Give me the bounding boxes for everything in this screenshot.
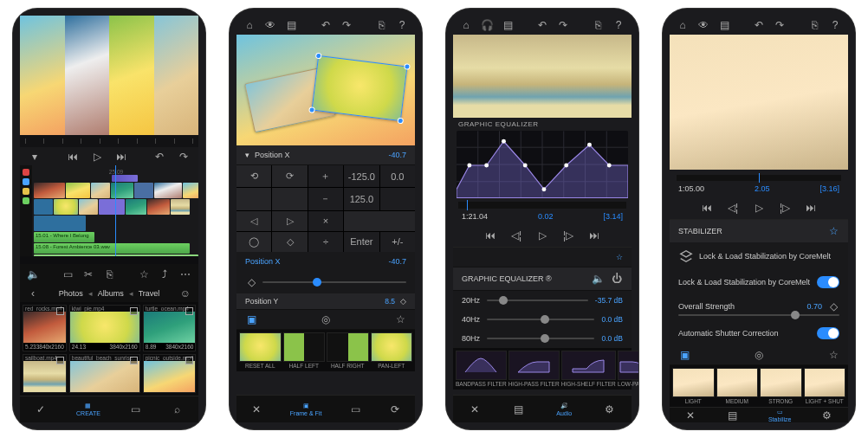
redo-icon[interactable]: ↷ <box>774 19 786 31</box>
key-val[interactable]: -125.0 <box>344 165 379 187</box>
power-icon[interactable]: ⏻ <box>611 273 623 285</box>
sliders-icon[interactable]: ⚙ <box>604 403 616 415</box>
preset-item[interactable]: MEDIUM <box>716 368 759 404</box>
collapse-icon[interactable]: ▾ <box>29 151 41 163</box>
undo-icon[interactable]: ↶ <box>536 19 548 31</box>
scrubber[interactable] <box>458 202 626 209</box>
preset-item[interactable]: LIGHT <box>672 368 715 404</box>
key-minus[interactable]: － <box>308 188 343 209</box>
key-divide[interactable]: ÷ <box>308 232 343 252</box>
filter-item[interactable]: BANDPASS FILTER <box>456 351 507 387</box>
nav-stabilize[interactable]: ▭Stabilize <box>768 409 791 422</box>
crop-icon[interactable]: ▣ <box>678 349 690 361</box>
clipboard-icon[interactable]: ⎘ <box>375 19 387 31</box>
star-icon[interactable]: ☆ <box>827 225 839 237</box>
nav-audio[interactable]: 🔊Audio <box>556 403 572 416</box>
home-icon[interactable]: ⌂ <box>460 19 472 31</box>
undo-icon[interactable]: ↶ <box>320 19 332 31</box>
back-icon[interactable]: ‹ <box>27 287 39 300</box>
close-icon[interactable]: ✕ <box>469 403 481 415</box>
preview-canvas[interactable] <box>236 35 415 145</box>
keyframe-icon[interactable]: ◇ <box>245 276 257 288</box>
skip-start-icon[interactable]: ⏮ <box>484 229 496 242</box>
keyframe-icon[interactable]: ◇ <box>400 297 406 306</box>
media-item[interactable]: beautiful_beach_sunrise... <box>69 354 140 393</box>
eq-band-row[interactable]: 20Hz -35.7 dB <box>453 291 632 310</box>
media-item[interactable]: red_rocks.mp4 5.233840x2160 <box>23 305 67 351</box>
eq-graph[interactable] <box>457 131 628 198</box>
layers-icon[interactable]: ▤ <box>285 19 297 31</box>
parameter-header[interactable]: ▾Position X -40.7 <box>236 145 415 165</box>
play-icon[interactable]: ▷ <box>536 229 548 242</box>
tracks-icon[interactable]: ▤ <box>513 403 525 415</box>
filter-item[interactable]: LOW-PASS FI <box>618 351 638 387</box>
help-icon[interactable]: ? <box>612 19 625 31</box>
home-icon[interactable]: ⌂ <box>243 19 256 31</box>
skip-start-icon[interactable]: ⏮ <box>701 202 713 214</box>
filter-item[interactable]: HIGH-SHELF FILTER <box>561 351 616 387</box>
preset-item[interactable]: HALF RIGHT <box>327 332 369 369</box>
key-plus[interactable]: ＋ <box>308 165 343 187</box>
playhead[interactable] <box>115 165 116 255</box>
key-val[interactable]: 0.0 <box>380 165 415 187</box>
nav-create[interactable]: ▦CREATE <box>76 403 100 416</box>
eq-band-row[interactable]: 40Hz 0.0 dB <box>453 310 632 329</box>
layers-icon[interactable]: ▤ <box>502 19 514 31</box>
step-fwd-icon[interactable]: ¦▷ <box>779 202 791 214</box>
next-frame-icon[interactable]: ⏭ <box>115 151 127 163</box>
share-icon[interactable]: ⤴ <box>159 268 171 280</box>
toggle-shutter[interactable] <box>817 327 839 339</box>
prev-frame-icon[interactable]: ⏮ <box>67 151 79 163</box>
clipboard-icon[interactable]: ⎘ <box>103 268 115 280</box>
key-sign[interactable]: +/- <box>380 232 415 252</box>
check-icon[interactable]: ✓ <box>35 403 47 415</box>
tracks-icon[interactable]: ▤ <box>727 409 739 422</box>
back-icon[interactable]: ✕ <box>250 403 262 415</box>
crop-icon[interactable]: ▣ <box>245 313 257 325</box>
select-icon[interactable]: ▭ <box>62 268 74 280</box>
media-tab-photos[interactable]: Photos <box>59 289 83 298</box>
key-cycle[interactable]: ◯ <box>236 232 271 252</box>
redo-icon[interactable]: ↷ <box>178 151 190 163</box>
key-next[interactable]: ▷ <box>272 211 307 231</box>
media-item[interactable]: kiwi_pie.mp4 24.133840x2160 <box>69 305 140 351</box>
toggle-stabilization[interactable] <box>817 276 839 288</box>
step-back-icon[interactable]: ◁¦ <box>510 229 522 242</box>
key-redo[interactable]: ⟳ <box>272 165 307 187</box>
media-tab-albums[interactable]: Albums <box>98 289 124 298</box>
key-prev[interactable]: ◁ <box>236 211 271 231</box>
star-icon[interactable]: ☆ <box>827 349 839 361</box>
layers-icon[interactable]: ▤ <box>718 19 730 31</box>
media-item[interactable]: sailboat.mp4 <box>23 354 67 393</box>
strength-slider[interactable] <box>670 314 848 321</box>
play-icon[interactable]: ▷ <box>753 202 765 214</box>
speaker-icon[interactable]: 🔈 <box>27 268 39 280</box>
preset-item[interactable]: LIGHT + SHUT <box>804 368 846 404</box>
crop-icon[interactable]: ▭ <box>349 403 361 415</box>
shutter-row[interactable]: Automatic Shutter Correction <box>670 321 848 345</box>
keyframe-icon[interactable]: ◇ <box>827 300 839 312</box>
preset-item[interactable]: PAN-LEFT <box>371 332 413 369</box>
undo-icon[interactable]: ↶ <box>153 151 165 163</box>
star-icon[interactable]: ☆ <box>394 313 406 325</box>
preset-item[interactable]: STRONG <box>760 368 802 404</box>
headphones-icon[interactable]: 🎧 <box>481 19 493 31</box>
clipboard-icon[interactable]: ⎘ <box>808 19 820 31</box>
sliders-icon[interactable]: ⚙ <box>821 409 833 422</box>
help-icon[interactable]: ? <box>396 19 408 31</box>
audio-clip[interactable]: 15.13 - VI.16 Not - Breathing Wind – Eve <box>34 254 198 255</box>
skip-end-icon[interactable]: ⏭ <box>588 229 600 242</box>
preset-item[interactable]: RESET ALL <box>239 332 282 369</box>
frames-icon[interactable]: ▭ <box>130 403 142 415</box>
key-val[interactable]: 125.0 <box>344 188 379 209</box>
eye-icon[interactable]: 👁 <box>697 19 709 31</box>
star-icon[interactable]: ☆ <box>616 253 623 261</box>
rotate-icon[interactable]: ⟳ <box>389 403 401 415</box>
clipboard-icon[interactable]: ⎘ <box>592 19 604 31</box>
key-enter[interactable]: Enter <box>344 232 379 252</box>
help-icon[interactable]: ? <box>829 19 841 31</box>
media-item[interactable]: turtle_ocean.mp4 8.893840x2160 <box>143 305 197 351</box>
media-item[interactable]: picnic_outside.mp4 <box>143 354 197 393</box>
redo-icon[interactable]: ↷ <box>340 19 353 31</box>
row-position-y[interactable]: Position Y 8.5◇ <box>236 293 415 310</box>
